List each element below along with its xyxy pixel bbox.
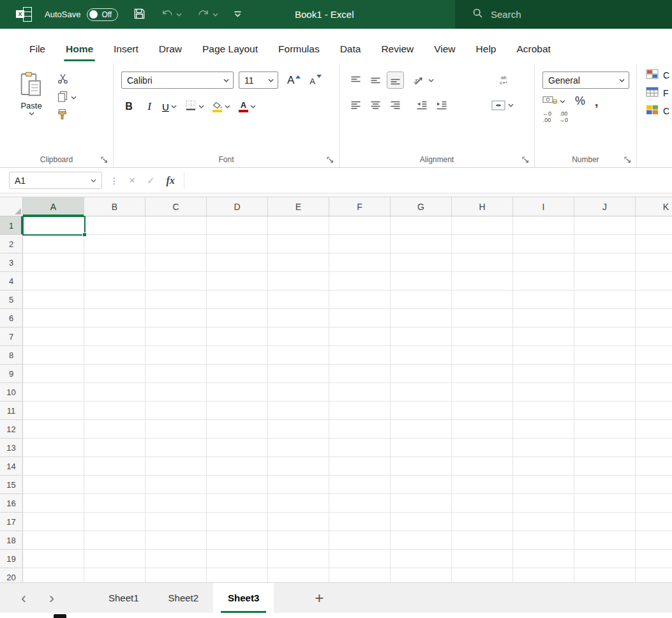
cell-I17[interactable]: [513, 513, 574, 531]
tab-home[interactable]: Home: [56, 37, 103, 64]
cell-I15[interactable]: [513, 476, 574, 494]
tab-acrobat[interactable]: Acrobat: [506, 37, 560, 64]
cell-A19[interactable]: [23, 550, 84, 568]
increase-indent-button[interactable]: [433, 96, 450, 114]
cell-H20[interactable]: [452, 568, 513, 582]
cell-H1[interactable]: [452, 216, 513, 235]
bottom-align-button[interactable]: [387, 72, 404, 89]
cell-B12[interactable]: [84, 420, 146, 439]
cell-C1[interactable]: [146, 216, 207, 235]
tab-draw[interactable]: Draw: [149, 37, 192, 64]
cell-A11[interactable]: [23, 402, 84, 420]
cell-C18[interactable]: [146, 531, 207, 550]
cell-F1[interactable]: [329, 216, 391, 235]
row-header-10[interactable]: 10: [0, 383, 23, 402]
format-painter-button[interactable]: [57, 110, 77, 121]
cell-D8[interactable]: [207, 346, 268, 365]
cell-B14[interactable]: [84, 457, 146, 476]
tab-page-layout[interactable]: Page Layout: [192, 37, 268, 64]
cell-G7[interactable]: [391, 328, 452, 346]
decrease-decimal-button[interactable]: .00 →0: [559, 111, 568, 123]
cell-F10[interactable]: [329, 383, 391, 402]
insert-function-button[interactable]: fx: [167, 175, 175, 186]
column-header-A[interactable]: A: [23, 197, 84, 216]
cell-E18[interactable]: [268, 531, 329, 550]
cell-A2[interactable]: [23, 235, 84, 253]
cell-H11[interactable]: [452, 402, 513, 420]
cell-B4[interactable]: [84, 272, 146, 290]
cell-A1[interactable]: [23, 216, 84, 235]
row-header-3[interactable]: 3: [0, 253, 23, 272]
quick-access-customize-button[interactable]: [234, 9, 242, 20]
cell-H3[interactable]: [452, 253, 513, 272]
bold-button[interactable]: B: [121, 98, 137, 115]
cell-E17[interactable]: [268, 513, 329, 531]
next-sheet-button[interactable]: ›: [49, 591, 54, 606]
cell-G6[interactable]: [391, 309, 452, 328]
sheet-tab-sheet2[interactable]: Sheet2: [154, 583, 214, 613]
decrease-font-size-button[interactable]: A: [310, 73, 322, 87]
cell-A15[interactable]: [23, 476, 84, 494]
row-header-18[interactable]: 18: [0, 531, 23, 550]
middle-align-button[interactable]: [367, 72, 384, 89]
cell-A17[interactable]: [23, 513, 84, 531]
cell-J17[interactable]: [574, 513, 636, 531]
cell-G18[interactable]: [391, 531, 452, 550]
row-header-8[interactable]: 8: [0, 346, 23, 365]
cell-H5[interactable]: [452, 290, 513, 309]
cell-C19[interactable]: [146, 550, 207, 568]
cell-D15[interactable]: [207, 476, 268, 494]
cell-E10[interactable]: [268, 383, 329, 402]
select-all-corner[interactable]: [0, 197, 23, 216]
cell-B7[interactable]: [84, 328, 146, 346]
cut-button[interactable]: [57, 74, 77, 86]
cell-J12[interactable]: [574, 420, 636, 439]
cell-K13[interactable]: [636, 439, 672, 457]
top-align-button[interactable]: [347, 72, 364, 89]
excel-logo-icon[interactable]: X: [16, 7, 32, 22]
cell-K19[interactable]: [636, 550, 672, 568]
tab-help[interactable]: Help: [466, 37, 507, 64]
merge-center-button[interactable]: [491, 100, 514, 110]
column-header-B[interactable]: B: [84, 197, 146, 216]
cell-H14[interactable]: [452, 457, 513, 476]
column-header-H[interactable]: H: [452, 197, 513, 216]
cell-B3[interactable]: [84, 253, 146, 272]
cell-D10[interactable]: [207, 383, 268, 402]
paste-button[interactable]: Paste: [13, 72, 50, 151]
cell-E7[interactable]: [268, 328, 329, 346]
cell-D20[interactable]: [207, 568, 268, 582]
search-box[interactable]: Search: [455, 0, 672, 29]
cell-H10[interactable]: [452, 383, 513, 402]
tab-view[interactable]: View: [424, 37, 465, 64]
cell-C7[interactable]: [146, 328, 207, 346]
cell-I9[interactable]: [513, 365, 574, 383]
cell-K10[interactable]: [636, 383, 672, 402]
row-header-12[interactable]: 12: [0, 420, 23, 439]
cell-H9[interactable]: [452, 365, 513, 383]
row-header-16[interactable]: 16: [0, 494, 23, 513]
row-header-19[interactable]: 19: [0, 550, 23, 568]
cell-E20[interactable]: [268, 568, 329, 582]
accounting-format-button[interactable]: [542, 94, 565, 108]
cell-G5[interactable]: [391, 290, 452, 309]
cell-J13[interactable]: [574, 439, 636, 457]
new-sheet-button[interactable]: +: [315, 591, 324, 606]
row-header-11[interactable]: 11: [0, 402, 23, 420]
cell-A5[interactable]: [23, 290, 84, 309]
cell-G8[interactable]: [391, 346, 452, 365]
cell-C20[interactable]: [146, 568, 207, 582]
column-header-F[interactable]: F: [329, 197, 391, 216]
cell-K15[interactable]: [636, 476, 672, 494]
cell-D14[interactable]: [207, 457, 268, 476]
cell-C2[interactable]: [146, 235, 207, 253]
merge-dropdown-chevron-icon[interactable]: [508, 103, 514, 107]
cell-J9[interactable]: [574, 365, 636, 383]
italic-button[interactable]: I: [142, 98, 157, 115]
cell-A9[interactable]: [23, 365, 84, 383]
cell-C9[interactable]: [146, 365, 207, 383]
cell-K17[interactable]: [636, 513, 672, 531]
cell-K18[interactable]: [636, 531, 672, 550]
cell-F3[interactable]: [329, 253, 391, 272]
cell-B15[interactable]: [84, 476, 146, 494]
